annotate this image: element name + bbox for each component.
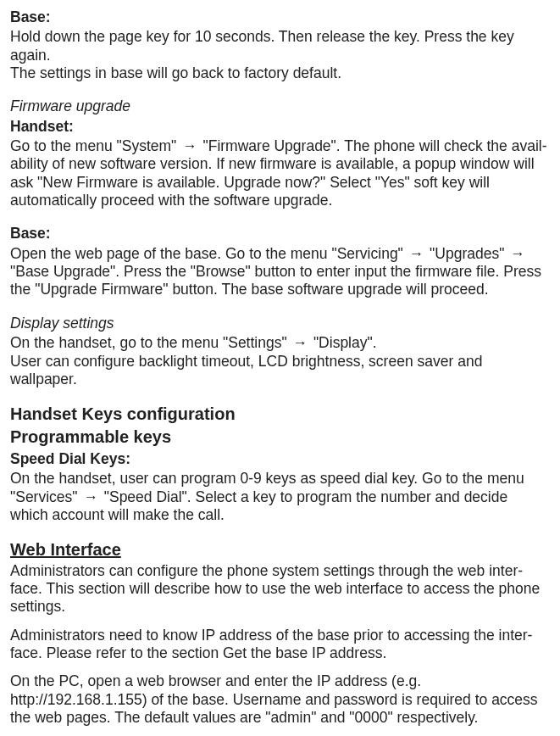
section-display-settings: Display settings On the handset, go to t… [10,315,550,388]
heading-web-interface: Web Interface [10,539,550,560]
heading-handset-keys-config: Handset Keys configuration [10,404,550,424]
body-line: settings. [10,598,550,616]
heading-display-settings: Display settings [10,315,550,332]
body-line: Open the web page of the base. Go to the… [10,245,550,263]
body-line: the web pages. The default values are "a… [10,709,550,727]
section-base-upgrade: Base: Open the web page of the base. Go … [10,225,550,298]
heading-base: Base: [10,225,550,243]
body-line: face. Please refer to the section Get th… [10,644,550,662]
body-line: the "Upgrade Firmware" button. The base … [10,281,550,298]
body-line: On the handset, go to the menu "Settings… [10,334,550,352]
body-line: http://192.168.1.155) of the base. Usern… [10,691,550,709]
text-fragment: "Display". [309,334,377,351]
text-fragment: "Speed Dial". Select a key to program th… [100,488,507,505]
text-fragment: "Upgrades" [425,245,508,262]
section-handset-keys: Handset Keys configuration Programmable … [10,404,550,524]
text-fragment: "Services" [10,488,81,505]
text-fragment: On the handset, go to the menu "Settings… [10,334,291,351]
body-line: which account will make the call. [10,506,550,524]
body-line: automatically proceed with the software … [10,192,550,209]
body-line: On the handset, user can program 0-9 key… [10,470,550,488]
body-line: "Services" → "Speed Dial". Select a key … [10,488,550,506]
body-line: Administrators need to know IP address o… [10,627,550,644]
body-line: ability of new software version. If new … [10,155,550,173]
heading-base: Base: [10,8,550,26]
body-line: "Base Upgrade". Press the "Browse" butto… [10,263,550,281]
heading-handset: Handset: [10,118,550,136]
body-line: User can configure backlight timeout, LC… [10,353,550,389]
text-fragment: Open the web page of the base. Go to the… [10,245,408,262]
body-line: ask "New Firmware is available. Upgrade … [10,174,550,192]
document-page: Base: Hold down the page key for 10 seco… [0,0,560,736]
arrow-icon: → [182,137,197,154]
body-line: On the PC, open a web browser and enter … [10,672,550,690]
body-line: The settings in base will go back to fac… [10,64,550,82]
body-line: Administrators can configure the phone s… [10,562,550,580]
text-fragment: Go to the menu "System" [10,137,180,154]
heading-speed-dial: Speed Dial Keys: [10,450,550,468]
heading-programmable-keys: Programmable keys [10,427,550,447]
section-base-reset: Base: Hold down the page key for 10 seco… [10,8,550,82]
body-line: Hold down the page key for 10 seconds. T… [10,28,550,64]
text-fragment: "Firmware Upgrade". The phone will check… [199,137,547,154]
arrow-icon: → [510,245,525,262]
arrow-icon: → [83,488,98,505]
body-line: face. This section will describe how to … [10,580,550,598]
section-web-interface: Web Interface Administrators can configu… [10,539,550,727]
arrow-icon: → [409,245,424,262]
arrow-icon: → [293,334,308,351]
body-line: Go to the menu "System" → "Firmware Upgr… [10,137,550,155]
section-firmware-upgrade: Firmware upgrade Handset: Go to the menu… [10,98,550,209]
heading-firmware-upgrade: Firmware upgrade [10,98,550,115]
